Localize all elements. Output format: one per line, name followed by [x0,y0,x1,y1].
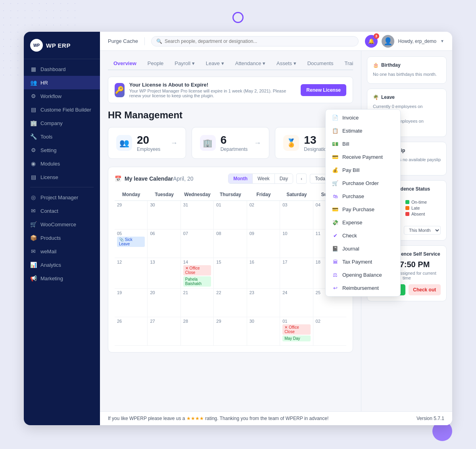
cal-cell-30[interactable]: 27 [148,317,180,346]
sidebar-item-setting[interactable]: ⚙ Setting [24,143,100,157]
dropdown-purchase[interactable]: 🛍 Purchase [326,190,400,203]
cal-cell-2[interactable]: 30 [148,201,180,229]
cal-cell-31[interactable]: 28 [181,317,214,346]
absent-label: Absent [411,212,425,216]
sidebar-item-project-manager[interactable]: ◎ Project Manager [24,191,100,204]
cal-cell-20[interactable]: 17 [280,258,313,289]
cal-cell-32[interactable]: 29 [214,317,247,346]
sidebar-item-contact[interactable]: ✉ Contact [24,204,100,218]
stat-card-departments: 🏢 6 Departments → [192,127,270,159]
dropdown-reimbursement[interactable]: ↩ Reimbursement [326,281,400,295]
dropdown-invoice-label: Invoice [342,115,359,121]
cal-cell-23[interactable]: 20 [148,289,180,317]
view-month-button[interactable]: Month [228,174,253,183]
dropdown-estimate[interactable]: 📋 Estimate [326,124,400,137]
cal-cell-26[interactable]: 23 [247,289,280,317]
cal-cell-11[interactable]: 08 [214,229,247,258]
sidebar-item-tools[interactable]: 🔧 Tools [24,130,100,143]
cal-cell-3[interactable]: 31 [181,201,214,229]
search-input[interactable] [165,39,353,44]
sidebar-item-products[interactable]: 📦 Products [24,231,100,245]
sidebar-logo[interactable]: WP WP ERP [24,32,100,59]
sidebar-item-woocommerce[interactable]: 🛒 WooCommerce [24,218,100,231]
tab-overview[interactable]: Overview [108,57,142,70]
search-bar[interactable]: 🔍 [151,36,359,46]
cal-cell-27[interactable]: 24 [280,289,313,317]
sidebar-item-workflow[interactable]: ⚙ Workflow [24,89,100,103]
tab-documents[interactable]: Documents [302,57,339,70]
cal-cell-5[interactable]: 02 [247,201,280,229]
cal-cell-4[interactable]: 01 [214,201,247,229]
cal-cell-6[interactable]: 03 [280,201,313,229]
dropdown-pay-bill[interactable]: 💰 Pay Bill [326,164,400,177]
tab-attendance[interactable]: Attendance ▾ [230,57,271,70]
dropdown-check[interactable]: ✔ Check [326,229,400,242]
tab-assets[interactable]: Assets ▾ [271,57,302,70]
sidebar-item-hr[interactable]: 👥 HR [24,76,100,89]
sidebar-item-company[interactable]: 🏢 Company [24,116,100,130]
sidebar-item-analytics[interactable]: 📊 Analytics [24,258,100,272]
sidebar-item-custom-field-builder[interactable]: ▤ Custome Field Builder [24,103,100,116]
notification-bell[interactable]: 🔔 3 [365,35,378,48]
tab-training[interactable]: Training [339,57,353,70]
dropdown-expense[interactable]: 💸 Expense [326,216,400,229]
dropdown-pay-purchase[interactable]: 💳 Pay Purchase [326,203,400,216]
cal-cell-8[interactable]: 05 📎 Sick Leave [115,229,148,258]
stats-row: 👥 20 Employees → 🏢 6 Departments [108,127,353,159]
cal-cell-33[interactable]: 30 [247,317,280,346]
checkout-button[interactable]: Check out [409,284,441,295]
sidebar-item-label: Marketing [40,276,63,281]
cal-cell-13[interactable]: 10 [280,229,313,258]
view-week-button[interactable]: Week [253,174,274,183]
cal-cell-1[interactable]: 29 [115,201,148,229]
cal-cell-10[interactable]: 07 [181,229,214,258]
view-day-button[interactable]: Day [275,174,293,183]
custom-field-icon: ▤ [30,106,36,113]
sidebar-item-label: WooCommerce [40,222,76,227]
tab-payroll[interactable]: Payroll ▾ [169,57,200,70]
cal-cell-16[interactable]: 13 [148,258,180,289]
departments-arrow[interactable]: → [254,139,261,147]
sidebar-item-label: weMail [40,249,56,254]
tab-people[interactable]: People [142,57,169,70]
prev-month-button[interactable]: ‹ [296,173,307,184]
cal-cell-35[interactable]: 02 [313,317,346,346]
dropdown-receive-payment[interactable]: 💳 Receive Payment [326,150,400,164]
employees-count: 20 [137,134,160,146]
tab-leave[interactable]: Leave ▾ [200,57,230,70]
expense-icon: 💸 [332,220,338,225]
cal-cell-9[interactable]: 06 [148,229,180,258]
sidebar-item-dashboard[interactable]: ▦ Dashboard [24,62,100,76]
sidebar-item-marketing[interactable]: 📢 Marketing [24,272,100,285]
cal-cell-15[interactable]: 12 [115,258,148,289]
dropdown-invoice[interactable]: 📄 Invoice [326,111,400,124]
day-header-monday: Monday [115,189,148,201]
dropdown-tax-payment[interactable]: 🏛 Tax Payment [326,255,400,268]
user-menu-arrow[interactable]: ▼ [440,39,444,43]
cal-cell-19[interactable]: 16 [247,258,280,289]
cal-cell-22[interactable]: 19 [115,289,148,317]
sidebar-item-license[interactable]: ▤ License [24,170,100,184]
sidebar-item-modules[interactable]: ◉ Modules [24,157,100,170]
dropdown-journal[interactable]: 📓 Journal [326,242,400,255]
purge-cache-button[interactable]: Purge Cache [108,38,138,44]
sidebar-item-label: Company [40,120,63,126]
dropdown-opening-balance[interactable]: ⚖ Opening Balance [326,268,400,281]
cal-cell-12[interactable]: 09 [247,229,280,258]
cal-cell-24[interactable]: 21 [181,289,214,317]
renew-license-button[interactable]: Renew License [301,84,346,96]
sidebar-item-label: Products [40,235,61,241]
filter-select[interactable]: This Month [404,226,441,235]
sidebar-item-wemail[interactable]: ✉ weMail [24,245,100,258]
user-avatar[interactable]: 👤 [382,35,394,48]
cal-cell-29[interactable]: 26 [115,317,148,346]
sidebar-item-label: Modules [40,161,60,167]
cal-cell-34[interactable]: 01 ✕ Office Close May Day [280,317,313,346]
dropdown-purchase-order[interactable]: 🛒 Purchase Order [326,177,400,190]
pay-purchase-icon: 💳 [332,206,338,212]
cal-cell-18[interactable]: 15 [214,258,247,289]
employees-arrow[interactable]: → [171,139,178,147]
cal-cell-25[interactable]: 22 [214,289,247,317]
cal-cell-17[interactable]: 14 ✕ Office Close Pahela Baishakh [181,258,214,289]
dropdown-bill[interactable]: 💵 Bill [326,137,400,150]
